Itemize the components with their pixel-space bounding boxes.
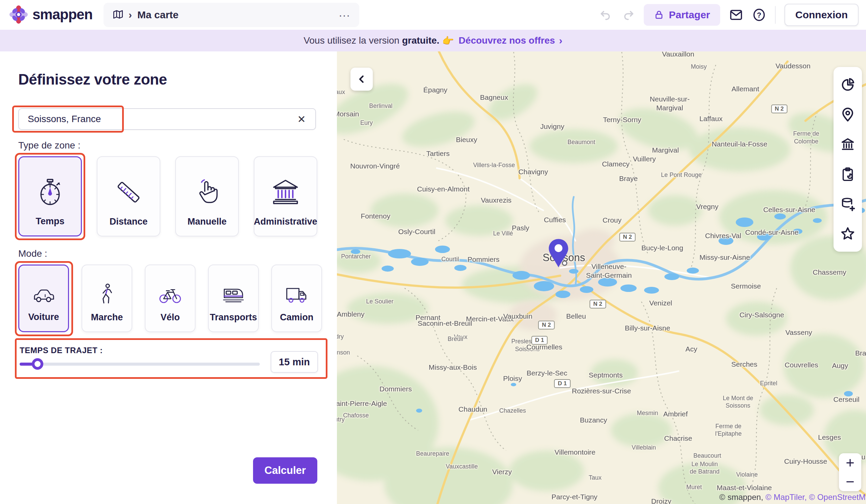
map-canvas[interactable]: VauxaillonMoisyVaudessonAllemantÉpagnyBa…: [337, 52, 866, 504]
mode-card-marche[interactable]: Marche: [81, 265, 132, 332]
mode-card-voiture[interactable]: Voiture: [18, 265, 69, 332]
undo-icon: [599, 8, 613, 22]
mode-card-camion[interactable]: Camion: [271, 265, 322, 332]
statistics-button[interactable]: [840, 77, 855, 93]
zoom-out-button[interactable]: −: [839, 472, 861, 491]
map-toolbar: [834, 67, 862, 252]
travel-time-label: TEMPS DE TRAJET :: [20, 346, 103, 355]
zoom-control: + −: [839, 453, 861, 491]
pie-chart-icon: [840, 77, 855, 93]
mode-card-label: Camion: [280, 312, 313, 323]
collapse-panel-button[interactable]: [351, 68, 373, 91]
locations-button[interactable]: [840, 107, 855, 122]
map-background: [337, 52, 866, 504]
brand-name: smappen: [32, 7, 92, 23]
clear-search-icon[interactable]: ✕: [288, 113, 315, 125]
zone-type-card-administrative[interactable]: Administrative: [254, 156, 317, 236]
attribution-osm[interactable]: © OpenStreetMa: [809, 493, 866, 502]
zone-type-card-temps[interactable]: Temps: [18, 156, 82, 236]
search-box: ✕: [18, 108, 316, 130]
login-button[interactable]: Connexion: [785, 4, 858, 26]
zone-type-card-distance[interactable]: Distance: [97, 156, 160, 236]
report-button[interactable]: [840, 166, 855, 182]
mail-icon: [729, 8, 743, 22]
attribution-smappen: © smappen,: [719, 493, 765, 502]
stopwatch-icon: [35, 178, 65, 208]
redo-icon: [621, 8, 635, 22]
share-label: Partager: [669, 9, 710, 21]
zoom-in-button[interactable]: +: [839, 453, 861, 472]
calculate-button[interactable]: Calculer: [253, 457, 317, 484]
brand-logo[interactable]: smappen: [10, 5, 92, 24]
mode-card-label: Voiture: [28, 312, 59, 322]
define-zone-panel: Définissez votre zone ✕ Type de zone : T…: [0, 52, 337, 504]
zone-type-card-label: Distance: [110, 216, 148, 227]
banner-text: Vous utilisez la version gratuite.: [303, 35, 440, 46]
lock-icon: [654, 10, 664, 20]
administrative-button[interactable]: [840, 137, 855, 152]
mode-label: Mode :: [18, 248, 47, 259]
mode-card-label: Transports: [210, 312, 257, 323]
mode-card-label: Marche: [91, 312, 123, 323]
help-icon: ?: [752, 8, 766, 22]
car-icon: [32, 282, 56, 308]
favorites-button[interactable]: [840, 226, 855, 242]
travel-time-slider[interactable]: [20, 362, 260, 366]
search-input[interactable]: [19, 114, 288, 124]
map-attribution: © smappen, © MapTiler, © OpenStreetMa: [719, 493, 866, 502]
hand-pointer-icon: [192, 178, 222, 208]
top-bar: smappen › Ma carte ... Partager: [0, 0, 866, 30]
chevron-left-icon: [357, 74, 367, 84]
zone-type-card-label: Administrative: [254, 216, 317, 227]
zone-type-label: Type de zone :: [18, 140, 80, 151]
mode-card-velo[interactable]: Vélo: [145, 265, 196, 332]
bicycle-icon: [158, 282, 182, 308]
walk-icon: [95, 282, 119, 308]
discover-offers-link[interactable]: Découvrez nos offres: [459, 35, 555, 46]
help-button[interactable]: ?: [752, 8, 766, 22]
page-title: Définissez votre zone: [18, 71, 167, 88]
add-data-button[interactable]: [840, 196, 855, 212]
bank-icon: [271, 178, 300, 208]
svg-text:?: ?: [757, 11, 761, 19]
breadcrumb-map-name[interactable]: Ma carte: [137, 9, 179, 21]
contact-button[interactable]: [729, 8, 743, 22]
divider: [775, 6, 776, 24]
chevron-right-icon: ›: [129, 9, 132, 21]
share-button[interactable]: Partager: [644, 4, 720, 26]
more-options-button[interactable]: ...: [339, 9, 351, 21]
pointing-hand-emoji: 👉: [442, 35, 454, 46]
breadcrumb: › Ma carte ...: [103, 3, 359, 27]
slider-handle[interactable]: [32, 358, 43, 370]
offers-chevron-icon: ›: [559, 35, 563, 46]
redo-button[interactable]: [621, 8, 635, 22]
zone-type-card-label: Manuelle: [187, 216, 227, 227]
smappen-app: smappen › Ma carte ... Partager: [0, 0, 866, 504]
mode-card-transports[interactable]: Transports: [208, 265, 259, 332]
report-icon: [840, 166, 855, 182]
location-pin-icon: [840, 107, 855, 122]
star-icon: [840, 226, 855, 242]
city-point: [562, 260, 567, 266]
ruler-icon: [114, 178, 143, 208]
smappen-flower-icon: [10, 5, 28, 24]
travel-time-value[interactable]: 15 min: [271, 351, 318, 373]
map-icon: [112, 9, 124, 21]
add-data-icon: [840, 196, 855, 212]
zone-type-card-label: Temps: [35, 216, 64, 227]
bank-icon: [840, 137, 855, 152]
truck-icon: [285, 282, 309, 308]
mode-card-label: Vélo: [160, 312, 180, 323]
zone-type-card-manuelle[interactable]: Manuelle: [175, 156, 239, 236]
free-version-banner: Vous utilisez la version gratuite. 👉 Déc…: [0, 30, 866, 52]
train-icon: [221, 282, 246, 308]
top-bar-actions: Partager ? Connexion: [599, 0, 858, 30]
attribution-maptiler[interactable]: © MapTiler,: [766, 493, 809, 502]
undo-button[interactable]: [599, 8, 613, 22]
